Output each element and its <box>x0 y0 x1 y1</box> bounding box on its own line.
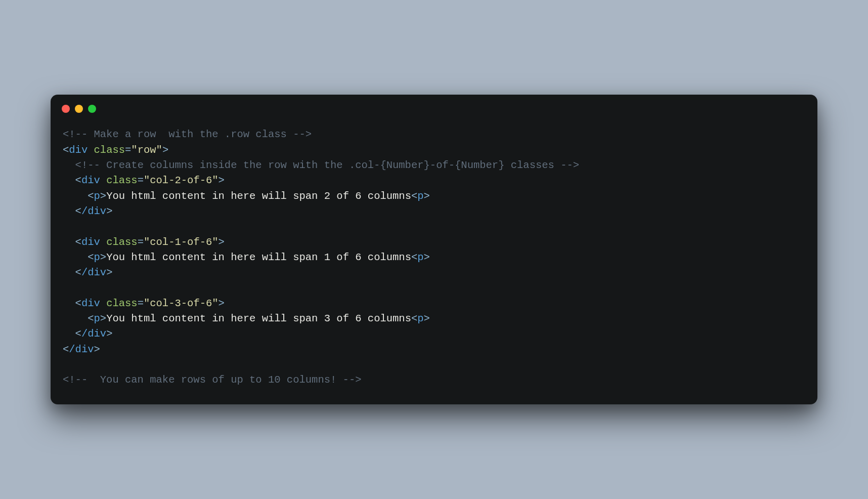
tag-name: p <box>417 252 423 263</box>
tag-name: p <box>94 190 100 202</box>
indent <box>63 267 75 278</box>
code-block: <!-- Make a row with the .row class --> … <box>51 113 817 404</box>
attr-name: class <box>94 144 125 156</box>
indent <box>63 328 75 340</box>
punct: < <box>411 252 417 263</box>
text-content: You html content in here will span 1 of … <box>106 252 411 263</box>
text-content: You html content in here will span 3 of … <box>106 313 411 324</box>
indent <box>63 159 75 171</box>
punct: < <box>63 344 69 355</box>
tag-name: /div <box>81 205 106 217</box>
punct: > <box>219 298 225 309</box>
tag-name: p <box>417 313 423 324</box>
zoom-icon[interactable] <box>88 105 96 113</box>
punct: > <box>424 190 430 202</box>
indent <box>63 205 75 217</box>
comment-line: <!-- Make a row with the .row class --> <box>63 129 312 140</box>
close-icon[interactable] <box>62 105 70 113</box>
tag-name: p <box>94 313 100 324</box>
punct: < <box>88 252 94 263</box>
punct: > <box>219 175 225 186</box>
comment-line: <!-- Create columns inside the row with … <box>75 159 579 171</box>
tag-name: div <box>81 236 100 248</box>
indent <box>63 313 88 324</box>
string: "col-1-of-6" <box>144 236 219 248</box>
tag-name: /div <box>69 344 94 355</box>
comment-line: <!-- You can make rows of up to 10 colum… <box>63 374 362 386</box>
punct: = <box>125 144 131 156</box>
tag-name: /div <box>81 267 106 278</box>
code-window: <!-- Make a row with the .row class --> … <box>51 95 817 404</box>
punct: > <box>100 252 106 263</box>
punct: > <box>219 236 225 248</box>
tag-name: div <box>81 298 100 309</box>
punct: > <box>106 328 112 340</box>
text-content: You html content in here will span 2 of … <box>106 190 411 202</box>
window-titlebar <box>51 95 817 113</box>
tag-name: div <box>81 175 100 186</box>
punct: < <box>411 313 417 324</box>
punct: > <box>162 144 168 156</box>
indent <box>63 298 75 309</box>
punct: > <box>100 313 106 324</box>
punct: > <box>94 344 100 355</box>
indent <box>63 252 88 263</box>
punct: > <box>106 205 112 217</box>
tag-name: p <box>94 252 100 263</box>
punct: = <box>138 298 144 309</box>
string: "row" <box>131 144 162 156</box>
punct: > <box>424 313 430 324</box>
punct: < <box>75 236 81 248</box>
indent <box>63 190 88 202</box>
tag-name: /div <box>81 328 106 340</box>
punct: > <box>106 267 112 278</box>
string: "col-2-of-6" <box>144 175 219 186</box>
punct: > <box>424 252 430 263</box>
punct: < <box>88 313 94 324</box>
punct: < <box>75 298 81 309</box>
punct: < <box>88 190 94 202</box>
attr-name: class <box>106 175 138 186</box>
punct: < <box>75 205 81 217</box>
attr-name: class <box>106 298 138 309</box>
string: "col-3-of-6" <box>144 298 219 309</box>
tag-name: p <box>417 190 423 202</box>
punct: > <box>100 190 106 202</box>
attr-name: class <box>106 236 138 248</box>
punct: = <box>138 175 144 186</box>
tag-name: div <box>69 144 88 156</box>
punct: < <box>63 144 69 156</box>
punct: < <box>75 175 81 186</box>
punct: = <box>138 236 144 248</box>
punct: < <box>75 328 81 340</box>
indent <box>63 175 75 186</box>
minimize-icon[interactable] <box>75 105 83 113</box>
punct: < <box>411 190 417 202</box>
punct: < <box>75 267 81 278</box>
indent <box>63 236 75 248</box>
